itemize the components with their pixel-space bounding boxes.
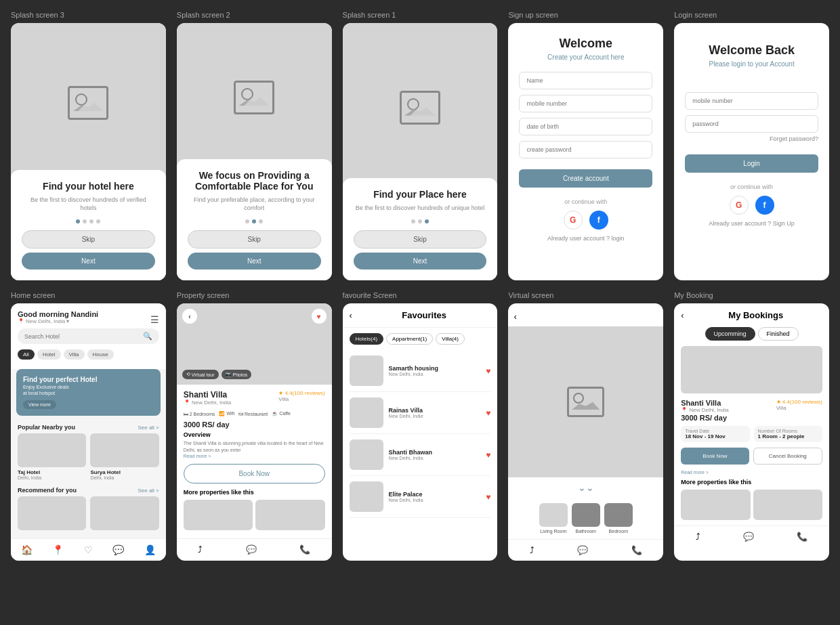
fav-tab-hotels[interactable]: Hotels(4) (350, 333, 383, 345)
google-icon[interactable]: G (564, 211, 583, 230)
more-prop-2 (255, 500, 324, 530)
fav-tab-appartment[interactable]: Appartment(1) (386, 333, 433, 345)
room-thumb-living[interactable]: Living Room (539, 503, 568, 534)
nav-chat-icon[interactable]: 💬 (112, 544, 124, 555)
room-thumb-bathroom[interactable]: Bathroom (572, 503, 600, 534)
nearby-item-1: Taj Hotel Delhi, India (18, 433, 86, 480)
property-header-img: ‹ ♥ ⟲ Virtual tour 📷 Photos (177, 303, 332, 385)
photos-button[interactable]: 📷 Photos (222, 370, 252, 379)
booking-bottom-nav: ⤴ 💬 📞 (674, 525, 829, 547)
virtual-phone-icon[interactable]: 📞 (631, 545, 642, 555)
fav-heart-4[interactable]: ♥ (486, 492, 490, 502)
splash3-next-button[interactable]: Next (22, 253, 155, 270)
forgot-password-text[interactable]: Forget password? (685, 135, 818, 142)
splash1-image-area (343, 23, 498, 192)
booking-price: 3000 RS/ day (681, 414, 822, 422)
more-like-title: More properties like this (681, 479, 822, 486)
search-icon[interactable]: 🔍 (143, 332, 152, 341)
login-button[interactable]: Login (685, 154, 818, 173)
signup-password-input[interactable] (519, 141, 652, 158)
favourite-button[interactable]: ♥ (312, 309, 327, 324)
booking-share-icon[interactable]: ⤴ (696, 532, 700, 542)
splash1-frame: Find your Place here Be the first to dis… (343, 23, 498, 280)
virtual-back-button[interactable]: ‹ (513, 311, 516, 322)
room-thumb-img-living (539, 503, 568, 527)
share-icon[interactable]: ⤴ (198, 544, 203, 555)
booking-tab-finished[interactable]: Finished (758, 327, 799, 341)
filter-tab-hotel[interactable]: Hotel (37, 349, 61, 360)
back-button[interactable]: ‹ (182, 309, 197, 324)
splash2-dots (188, 219, 321, 223)
book-now-button[interactable]: Book Now (184, 464, 325, 483)
recommend-item-1 (18, 496, 86, 530)
fav-item-loc-4: New Delhi, India (389, 498, 481, 502)
fav-heart-2[interactable]: ♥ (486, 408, 490, 418)
booking-tab-upcoming[interactable]: Upcomming (705, 327, 755, 341)
login-google-icon[interactable]: G (730, 196, 749, 215)
room-thumb-bedroom[interactable]: Bedroom (604, 503, 633, 534)
splash2-next-button[interactable]: Next (188, 253, 321, 270)
home-greeting: Good morning Nandini (18, 310, 98, 318)
read-more-link[interactable]: Read more > (184, 454, 325, 458)
recommend-see-all[interactable]: See all > (138, 488, 159, 494)
booking-chat-icon[interactable]: 💬 (743, 532, 754, 542)
room-thumb-label-bathroom: Bathroom (576, 529, 596, 534)
booking-back-button[interactable]: ‹ (681, 310, 684, 320)
fav-back-button[interactable]: ‹ (350, 310, 352, 320)
login-password-input[interactable] (685, 115, 818, 133)
fav-heart-3[interactable]: ♥ (486, 450, 490, 460)
fav-item-loc-3: New Delhi, India (389, 456, 481, 460)
splash1-next-button[interactable]: Next (354, 253, 487, 270)
splash1-skip-button[interactable]: Skip (354, 230, 487, 249)
signup-create-button[interactable]: Create account (519, 169, 652, 188)
nearby-see-all[interactable]: See all > (138, 425, 159, 431)
banner-title: Find your perfect Hotel (23, 376, 154, 383)
virtual-tour-button[interactable]: ⟲ Virtual tour (182, 370, 219, 379)
search-input[interactable] (24, 333, 143, 340)
home-banner: Find your perfect Hotel Enjoy Exclusive … (16, 369, 161, 416)
view-more-button[interactable]: View more (23, 400, 56, 409)
chat-icon[interactable]: 💬 (246, 544, 257, 555)
search-bar: 🔍 (18, 328, 159, 344)
more-like-1 (681, 490, 750, 520)
room-thumb-label-living: Living Room (540, 529, 566, 534)
booking-read-more[interactable]: Read more > (681, 470, 822, 475)
travel-date-label: Travel Date (685, 429, 745, 433)
signup-already-text: Already user account ? login (519, 235, 652, 242)
book-now-button[interactable]: Book Now (681, 448, 749, 465)
fav-tab-villa[interactable]: Villa(4) (436, 333, 465, 345)
more-prop-1 (184, 500, 253, 530)
filter-tabs: All Hotel Villa House (18, 349, 159, 360)
splash2-title: We focus on Providing a Comfortable Plac… (188, 170, 321, 192)
filter-tab-villa[interactable]: Villa (64, 349, 85, 360)
booking-property-name: Shanti Villa (681, 399, 728, 407)
nav-home-icon[interactable]: 🏠 (21, 544, 33, 555)
signup-title: Welcome (519, 37, 652, 51)
facebook-icon[interactable]: f (589, 211, 608, 230)
more-like-2 (753, 490, 822, 520)
nav-profile-icon[interactable]: 👤 (144, 544, 156, 555)
fav-heart-1[interactable]: ♥ (486, 366, 490, 376)
login-facebook-icon[interactable]: f (755, 196, 774, 215)
virtual-chat-icon[interactable]: 💬 (577, 545, 588, 555)
splash3-skip-button[interactable]: Skip (22, 230, 155, 249)
login-mobile-input[interactable] (685, 92, 818, 110)
chevron-down-icon: ▾ (66, 318, 69, 324)
nav-location-icon[interactable]: 📍 (52, 544, 64, 555)
room-thumb-label-bedroom: Bedroom (609, 529, 628, 534)
nearby-img-1 (18, 433, 86, 467)
filter-tab-house[interactable]: House (87, 349, 114, 360)
signup-dob-input[interactable] (519, 118, 652, 135)
cancel-booking-button[interactable]: Cancel Booking (753, 448, 822, 465)
booking-phone-icon[interactable]: 📞 (797, 532, 807, 542)
splash2-content: We focus on Providing a Comfortable Plac… (177, 159, 332, 280)
signup-mobile-input[interactable] (519, 95, 652, 112)
fav-item-4: Elite Palace New Delhi, India ♥ (350, 476, 491, 518)
splash2-skip-button[interactable]: Skip (188, 230, 321, 249)
filter-tab-all[interactable]: All (18, 349, 35, 360)
nav-fav-icon[interactable]: ♡ (84, 544, 93, 555)
virtual-share-icon[interactable]: ⤴ (530, 545, 534, 555)
phone-icon[interactable]: 📞 (299, 544, 310, 555)
signup-name-input[interactable] (519, 72, 652, 89)
nearby-loc-1: Delhi, India (18, 475, 86, 480)
